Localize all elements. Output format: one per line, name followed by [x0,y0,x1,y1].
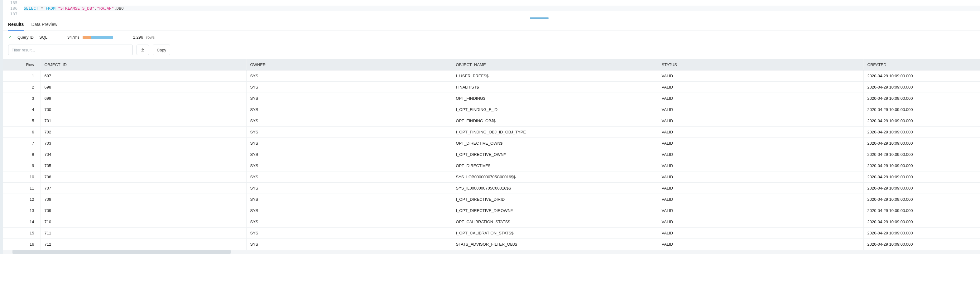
table-row[interactable]: 7703SYSOPT_DIRECTIVE_OWN$VALID2020-04-29… [3,138,980,149]
cell-created[interactable]: 2020-04-29 10:09:00.000 [864,216,980,227]
cell-status[interactable]: VALID [658,205,864,216]
tab-data-preview[interactable]: Data Preview [32,22,57,30]
cell-row-number[interactable]: 12 [3,194,41,205]
cell-status[interactable]: VALID [658,82,864,93]
cell-object-name[interactable]: I_USER_PREFS$ [452,70,658,82]
cell-row-number[interactable]: 4 [3,104,41,115]
column-header-object-id[interactable]: OBJECT_ID [41,59,246,70]
cell-owner[interactable]: SYS [246,205,452,216]
cell-created[interactable]: 2020-04-29 10:09:00.000 [864,82,980,93]
column-header-row[interactable]: Row [3,59,41,70]
column-header-owner[interactable]: OWNER [246,59,452,70]
cell-owner[interactable]: SYS [246,93,452,104]
cell-row-number[interactable]: 7 [3,138,41,149]
cell-status[interactable]: VALID [658,138,864,149]
table-row[interactable]: 10706SYSSYS_LOB0000000705C00016$$VALID20… [3,171,980,183]
cell-object-name[interactable]: I_OPT_DIRECTIVE_DIROWN# [452,205,658,216]
code-column[interactable]: SELECT * FROM "STREAMSETS_DB"."RAJAN".DB… [22,0,980,17]
cell-object-id[interactable]: 699 [41,93,246,104]
cell-created[interactable]: 2020-04-29 10:09:00.000 [864,227,980,239]
horizontal-scrollbar[interactable] [3,250,980,254]
cell-object-name[interactable]: OPT_CALIBRATION_STATS$ [452,216,658,227]
tab-results[interactable]: Results [8,22,24,30]
cell-object-id[interactable]: 702 [41,127,246,138]
cell-status[interactable]: VALID [658,239,864,250]
cell-row-number[interactable]: 14 [3,216,41,227]
cell-owner[interactable]: SYS [246,239,452,250]
cell-object-id[interactable]: 707 [41,183,246,194]
cell-row-number[interactable]: 8 [3,149,41,160]
cell-object-id[interactable]: 703 [41,138,246,149]
table-row[interactable]: 8704SYSI_OPT_DIRECTIVE_OWN#VALID2020-04-… [3,149,980,160]
cell-owner[interactable]: SYS [246,149,452,160]
cell-owner[interactable]: SYS [246,138,452,149]
table-row[interactable]: 12708SYSI_OPT_DIRECTIVE_DIRIDVALID2020-0… [3,194,980,205]
cell-created[interactable]: 2020-04-29 10:09:00.000 [864,104,980,115]
code-line[interactable] [24,11,980,17]
cell-status[interactable]: VALID [658,104,864,115]
sql-link[interactable]: SQL [39,35,48,40]
cell-owner[interactable]: SYS [246,115,452,127]
cell-status[interactable]: VALID [658,227,864,239]
table-row[interactable]: 5701SYSOPT_FINDING_OBJ$VALID2020-04-29 1… [3,115,980,127]
cell-created[interactable]: 2020-04-29 10:09:00.000 [864,171,980,183]
cell-object-name[interactable]: OPT_FINDING_OBJ$ [452,115,658,127]
cell-object-id[interactable]: 706 [41,171,246,183]
cell-created[interactable]: 2020-04-29 10:09:00.000 [864,205,980,216]
cell-object-id[interactable]: 698 [41,82,246,93]
cell-owner[interactable]: SYS [246,70,452,82]
table-row[interactable]: 3699SYSOPT_FINDING$VALID2020-04-29 10:09… [3,93,980,104]
table-row[interactable]: 14710SYSOPT_CALIBRATION_STATS$VALID2020-… [3,216,980,227]
cell-created[interactable]: 2020-04-29 10:09:00.000 [864,93,980,104]
cell-owner[interactable]: SYS [246,227,452,239]
cell-owner[interactable]: SYS [246,160,452,171]
cell-object-name[interactable]: FINALHIST$ [452,82,658,93]
cell-row-number[interactable]: 16 [3,239,41,250]
cell-object-name[interactable]: I_OPT_CALIBRATION_STATS$ [452,227,658,239]
cell-row-number[interactable]: 9 [3,160,41,171]
cell-owner[interactable]: SYS [246,183,452,194]
table-row[interactable]: 6702SYSI_OPT_FINDING_OBJ_ID_OBJ_TYPEVALI… [3,127,980,138]
table-row[interactable]: 2698SYSFINALHIST$VALID2020-04-29 10:09:0… [3,82,980,93]
column-header-object-name[interactable]: OBJECT_NAME [452,59,658,70]
cell-status[interactable]: VALID [658,115,864,127]
table-row[interactable]: 13709SYSI_OPT_DIRECTIVE_DIROWN#VALID2020… [3,205,980,216]
cell-created[interactable]: 2020-04-29 10:09:00.000 [864,127,980,138]
filter-result-input[interactable] [8,44,133,55]
cell-row-number[interactable]: 3 [3,93,41,104]
cell-status[interactable]: VALID [658,127,864,138]
cell-object-name[interactable]: I_OPT_DIRECTIVE_OWN# [452,149,658,160]
cell-created[interactable]: 2020-04-29 10:09:00.000 [864,194,980,205]
cell-created[interactable]: 2020-04-29 10:09:00.000 [864,70,980,82]
cell-object-name[interactable]: SYS_IL0000000705C00016$$ [452,183,658,194]
cell-row-number[interactable]: 10 [3,171,41,183]
cell-status[interactable]: VALID [658,183,864,194]
cell-object-id[interactable]: 701 [41,115,246,127]
cell-row-number[interactable]: 2 [3,82,41,93]
cell-object-name[interactable]: I_OPT_FINDING_F_ID [452,104,658,115]
cell-object-id[interactable]: 705 [41,160,246,171]
cell-created[interactable]: 2020-04-29 10:09:00.000 [864,149,980,160]
cell-row-number[interactable]: 6 [3,127,41,138]
query-id-link[interactable]: Query ID [18,35,33,40]
sql-editor[interactable]: 185 186 187 SELECT * FROM "STREAMSETS_DB… [3,0,980,17]
copy-button[interactable]: Copy [153,44,170,55]
cell-object-name[interactable]: OPT_DIRECTIVE$ [452,160,658,171]
cell-created[interactable]: 2020-04-29 10:09:00.000 [864,115,980,127]
table-row[interactable]: 1697SYSI_USER_PREFS$VALID2020-04-29 10:0… [3,70,980,82]
download-button[interactable] [137,44,149,55]
cell-row-number[interactable]: 15 [3,227,41,239]
cell-row-number[interactable]: 5 [3,115,41,127]
cell-object-name[interactable]: I_OPT_DIRECTIVE_DIRID [452,194,658,205]
column-header-created[interactable]: CREATED [864,59,980,70]
table-row[interactable]: 11707SYSSYS_IL0000000705C00016$$VALID202… [3,183,980,194]
cell-object-id[interactable]: 704 [41,149,246,160]
cell-row-number[interactable]: 11 [3,183,41,194]
cell-row-number[interactable]: 13 [3,205,41,216]
cell-owner[interactable]: SYS [246,82,452,93]
cell-status[interactable]: VALID [658,194,864,205]
cell-created[interactable]: 2020-04-29 10:09:00.000 [864,183,980,194]
cell-status[interactable]: VALID [658,216,864,227]
cell-object-name[interactable]: STATS_ADVISOR_FILTER_OBJ$ [452,239,658,250]
table-row[interactable]: 16712SYSSTATS_ADVISOR_FILTER_OBJ$VALID20… [3,239,980,250]
